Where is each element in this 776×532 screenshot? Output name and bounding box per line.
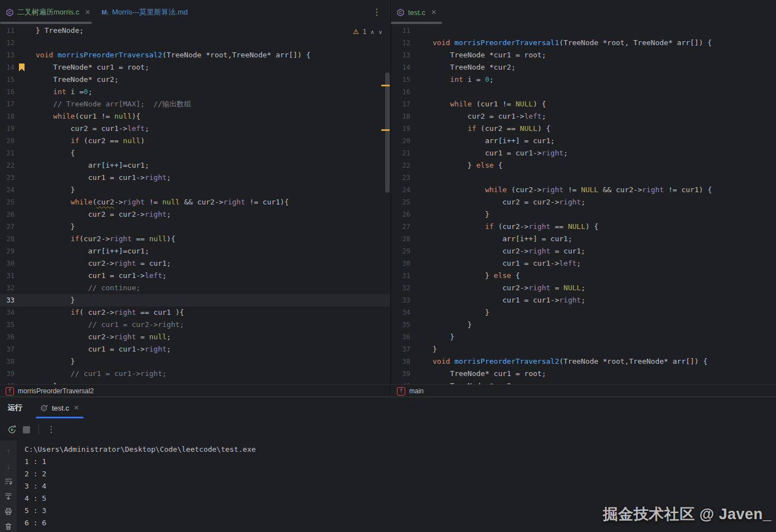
line-number[interactable]: 18 — [391, 110, 410, 123]
code-line-12[interactable]: 12 — [0, 37, 390, 49]
code-text[interactable]: arr[i++]=cur1; — [36, 159, 149, 172]
code-text[interactable]: int i = 0; — [433, 74, 494, 86]
code-line-26[interactable]: 26 } — [391, 208, 776, 221]
tab-test-c[interactable]: C test.c ✕ — [391, 0, 442, 25]
line-number[interactable]: 38 — [0, 355, 14, 368]
print-icon[interactable] — [3, 506, 13, 516]
breadcrumb-function-name[interactable]: morrisPreorderTraversal2 — [18, 387, 94, 395]
gutter[interactable] — [14, 245, 36, 257]
code-text[interactable]: arr[i++] = cur1; — [433, 135, 555, 147]
code-line-18[interactable]: 18 cur2 = cur1->left; — [391, 110, 776, 123]
code-text[interactable]: while (cur2->right != NULL && cur2->righ… — [433, 184, 712, 196]
line-number[interactable]: 30 — [0, 257, 14, 270]
gutter[interactable] — [410, 147, 433, 159]
code-line-32[interactable]: 32 // continue; — [0, 282, 390, 294]
code-line-19[interactable]: 19 cur2 = cur1->left; — [0, 123, 390, 135]
line-number[interactable]: 36 — [0, 331, 14, 343]
code-line-17[interactable]: 17 while (cur1 != NULL) { — [391, 98, 776, 110]
code-line-34[interactable]: 34 if( cur2->right == cur1 ){ — [0, 306, 390, 319]
gutter[interactable] — [410, 331, 433, 343]
line-number[interactable]: 28 — [391, 233, 410, 245]
line-number[interactable]: 29 — [391, 245, 410, 257]
line-number[interactable]: 22 — [391, 159, 410, 172]
tab-options-kebab-icon[interactable]: ⋮ — [372, 8, 381, 17]
soft-wrap-icon[interactable] — [3, 476, 13, 486]
line-number[interactable]: 14 — [0, 61, 14, 74]
line-number[interactable]: 21 — [391, 147, 410, 159]
rerun-button[interactable] — [4, 422, 19, 437]
code-text[interactable]: TreeNode* cur1 = root; — [36, 61, 149, 74]
code-text[interactable]: TreeNode* cur2; — [36, 74, 119, 86]
line-number[interactable]: 28 — [0, 233, 14, 245]
prev-problem-icon[interactable]: ∧ — [370, 29, 374, 35]
code-line-21[interactable]: 21 { — [0, 147, 390, 159]
code-line-40[interactable]: 40 TreeNode *cur2; — [391, 380, 776, 384]
code-line-19[interactable]: 19 if (cur2 == NULL) { — [391, 123, 776, 135]
code-text[interactable]: while(cur2->right != null && cur2->right… — [36, 196, 289, 208]
code-text[interactable]: TreeNode *cur2; — [433, 380, 516, 384]
code-text[interactable]: } else { — [433, 159, 502, 172]
gutter[interactable] — [14, 257, 36, 270]
tab-strip-scrollbar[interactable] — [391, 22, 442, 24]
code-line-18[interactable]: 18 while(cur1 != null){ — [0, 110, 390, 123]
code-text[interactable]: } — [36, 221, 75, 233]
code-text[interactable]: if (cur2 == null) — [36, 135, 145, 147]
code-text[interactable]: cur2->right = cur1; — [433, 245, 585, 257]
code-line-31[interactable]: 31 } else { — [391, 270, 776, 282]
code-line-14[interactable]: 14 TreeNode* cur1 = root; — [0, 61, 390, 74]
code-text[interactable]: cur1 = cur1->right; — [36, 343, 171, 355]
code-line-22[interactable]: 22 arr[i++]=cur1; — [0, 159, 390, 172]
line-number[interactable]: 37 — [391, 343, 410, 355]
code-line-33[interactable]: 33 cur1 = cur1->right; — [391, 294, 776, 306]
tab-morris-md[interactable]: M↓ Morris---莫里斯算法.md — [96, 0, 193, 25]
close-icon[interactable]: ✕ — [431, 8, 437, 16]
tab-strip-scrollbar[interactable] — [0, 22, 92, 24]
line-number[interactable]: 23 — [0, 172, 14, 184]
gutter[interactable] — [410, 184, 433, 196]
line-number[interactable]: 37 — [0, 343, 14, 355]
code-text[interactable]: cur2->right = cur1; — [36, 257, 171, 270]
gutter[interactable] — [410, 282, 433, 294]
scroll-up-icon[interactable]: ↑ — [3, 446, 13, 456]
line-number[interactable]: 24 — [391, 184, 410, 196]
gutter[interactable] — [410, 380, 433, 384]
gutter[interactable] — [14, 380, 36, 384]
code-line-39[interactable]: 39 TreeNode* cur1 = root; — [391, 368, 776, 380]
line-number[interactable]: 39 — [391, 368, 410, 380]
code-line-27[interactable]: 27 if (cur2->right == NULL) { — [391, 221, 776, 233]
scroll-to-end-icon[interactable] — [3, 491, 13, 501]
line-number[interactable]: 25 — [391, 196, 410, 208]
code-line-38[interactable]: 38 } — [0, 355, 390, 368]
gutter[interactable] — [410, 25, 433, 37]
stop-button[interactable] — [19, 422, 33, 437]
gutter[interactable] — [14, 282, 36, 294]
code-line-21[interactable]: 21 cur1 = cur1->right; — [391, 147, 776, 159]
gutter[interactable] — [14, 135, 36, 147]
gutter[interactable] — [14, 306, 36, 319]
code-line-20[interactable]: 20 if (cur2 == null) — [0, 135, 390, 147]
next-problem-icon[interactable]: ∨ — [379, 29, 382, 35]
code-line-23[interactable]: 23 cur1 = cur1->right; — [0, 172, 390, 184]
line-number[interactable]: 32 — [391, 282, 410, 294]
line-number[interactable]: 35 — [0, 319, 14, 331]
line-number[interactable]: 29 — [0, 245, 14, 257]
code-line-31[interactable]: 31 cur1 = cur1->left; — [0, 270, 390, 282]
gutter[interactable] — [410, 343, 433, 355]
line-number[interactable]: 12 — [0, 37, 14, 49]
code-text[interactable]: TreeNode *cur1 = root; — [433, 49, 546, 61]
gutter[interactable] — [410, 49, 433, 61]
code-text[interactable]: if (cur2->right == NULL) { — [433, 221, 598, 233]
gutter[interactable] — [14, 98, 36, 110]
gutter[interactable] — [14, 221, 36, 233]
scroll-down-icon[interactable]: ↓ — [3, 461, 13, 471]
code-text[interactable]: // TreeNode arr[MAX]; //输出数组 — [36, 98, 191, 110]
code-line-13[interactable]: 13 TreeNode *cur1 = root; — [391, 49, 776, 61]
gutter[interactable] — [410, 319, 433, 331]
inspection-widget[interactable]: ⚠ 1 ∧ ∨ — [351, 27, 385, 36]
code-line-13[interactable]: 13void morrisPreorderTraversal2(TreeNode… — [0, 49, 390, 61]
gutter[interactable] — [14, 343, 36, 355]
gutter[interactable] — [410, 110, 433, 123]
code-text[interactable]: cur1 = cur1->left; — [36, 270, 167, 282]
line-number[interactable]: 24 — [0, 184, 14, 196]
gutter[interactable] — [14, 294, 36, 306]
